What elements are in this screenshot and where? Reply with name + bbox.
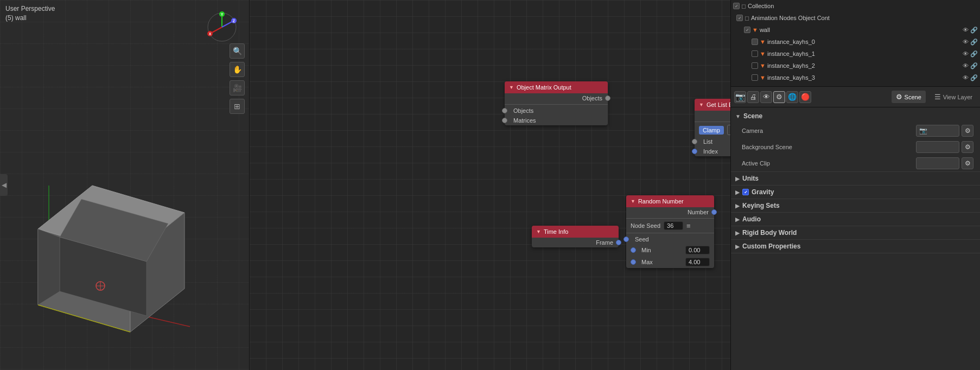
props-audio-header[interactable]: ▶ Audio xyxy=(731,213,980,226)
node-random-collapse[interactable]: ▼ xyxy=(631,199,635,204)
props-keying-header[interactable]: ▶ Keying Sets xyxy=(731,199,980,212)
node-collapse-triangle[interactable]: ▼ xyxy=(509,85,514,90)
collection-visibility-checkbox[interactable]: ✓ xyxy=(733,3,740,9)
node-time-header: ▼ Time Info xyxy=(532,226,619,238)
props-body: ▼ Scene Camera 📷 ⚙ Background Scene xyxy=(731,107,980,370)
ortho-tool[interactable]: ⊞ xyxy=(230,99,245,114)
active-clip-btn[interactable] xyxy=(916,157,959,169)
outliner-instance-3[interactable]: ▼ instance_kayhs_3 👁 🔗 xyxy=(731,72,980,84)
props-icon-output[interactable]: 🖨 xyxy=(747,91,759,103)
wrap-button[interactable]: ↻ Wrap xyxy=(727,125,730,135)
node-random-title: Random Number xyxy=(638,198,684,205)
seed-stepper[interactable]: ≡ xyxy=(686,222,691,230)
node-random-seed-row: Seed xyxy=(626,234,714,244)
outliner-inst0-label: instance_kayhs_0 xyxy=(767,39,815,45)
node-seed-input[interactable] xyxy=(664,221,683,230)
props-custom-header[interactable]: ▶ Custom Properties xyxy=(731,240,980,253)
props-units-header[interactable]: ▶ Units xyxy=(731,172,980,185)
node-time-info: ▼ Time Info Frame xyxy=(532,226,619,247)
outliner-wall-label: wall xyxy=(760,27,770,33)
active-clip-settings-btn[interactable]: ⚙ xyxy=(962,157,973,169)
background-scene-settings-btn[interactable]: ⚙ xyxy=(962,141,973,153)
node-editor-grid xyxy=(250,0,730,370)
inst2-visibility[interactable] xyxy=(752,62,758,69)
outliner-instance-2[interactable]: ▼ instance_kayhs_2 👁 🔗 xyxy=(731,60,980,72)
inst3-link[interactable]: 🔗 xyxy=(970,74,978,81)
min-input[interactable] xyxy=(685,246,710,254)
inst3-icon: ▼ xyxy=(760,74,766,81)
background-scene-btn[interactable] xyxy=(916,141,959,153)
wall-visibility[interactable]: ✓ xyxy=(744,27,750,33)
camera-tool[interactable]: 🎥 xyxy=(230,80,245,95)
node-time-collapse[interactable]: ▼ xyxy=(536,229,541,234)
outliner[interactable]: ✓ ◻ Collection ✓ ◻ Animation Nodes Objec… xyxy=(731,0,980,87)
gravity-checkbox[interactable]: ✓ xyxy=(742,189,749,195)
camera-settings-btn[interactable]: ⚙ xyxy=(962,125,973,137)
node-seed-row: Node Seed ≡ xyxy=(626,220,714,232)
properties-panel: ✓ ◻ Collection ✓ ◻ Animation Nodes Objec… xyxy=(730,0,980,370)
inst3-visibility[interactable] xyxy=(752,74,758,81)
inst1-visibility[interactable] xyxy=(752,50,758,57)
outliner-anim-nodes[interactable]: ✓ ◻ Animation Nodes Object Cont xyxy=(731,12,980,24)
rigid-body-world-label: Rigid Body World xyxy=(742,229,797,237)
inst0-link[interactable]: 🔗 xyxy=(970,39,978,46)
socket-in-seed xyxy=(623,237,629,242)
props-header: 📷 🖨 👁 ⚙ 🌐 🔴 ⚙ Scene ☰ View Layer xyxy=(731,87,980,107)
inst0-eye[interactable]: 👁 xyxy=(963,39,969,45)
props-scene-section: ▼ Scene Camera 📷 ⚙ Background Scene xyxy=(731,110,980,172)
node-output-objects: Objects xyxy=(505,93,608,103)
wall-mesh-icon: ▼ xyxy=(752,27,758,33)
inst0-visibility[interactable] xyxy=(752,39,758,45)
socket-in-list xyxy=(692,139,697,144)
node-time-title: Time Info xyxy=(544,228,568,235)
node-get-list: ▼ Get List Element Element Clamp ↻ Wrap … xyxy=(695,99,730,156)
view-layer-tab-icon: ☰ xyxy=(934,93,941,101)
gravity-label: Gravity xyxy=(752,188,774,196)
outliner-collection[interactable]: ✓ ◻ Collection xyxy=(731,0,980,12)
socket-in-max xyxy=(631,259,636,265)
tab-view-layer[interactable]: ☰ View Layer xyxy=(930,91,977,103)
props-icon-scene[interactable]: ⚙ xyxy=(773,91,785,103)
units-label: Units xyxy=(742,175,759,182)
inst2-eye[interactable]: 👁 xyxy=(963,62,969,69)
socket-out-objects xyxy=(605,95,610,101)
collection-square-icon: ◻ xyxy=(741,3,746,10)
outliner-wall[interactable]: ✓ ▼ wall 👁 🔗 xyxy=(731,24,980,36)
socket-in-objects xyxy=(502,108,507,113)
inst2-link[interactable]: 🔗 xyxy=(970,62,978,69)
clamp-button[interactable]: Clamp xyxy=(699,126,724,135)
props-scene-header[interactable]: ▼ Scene xyxy=(731,110,980,123)
props-icon-render[interactable]: 📷 xyxy=(734,91,746,103)
pan-tool[interactable]: ✋ xyxy=(230,62,245,77)
viewport[interactable]: Y X Z User Perspective (5) wall 🔍 ✋ 🎥 ⊞ … xyxy=(0,0,250,370)
props-icon-object[interactable]: 🔴 xyxy=(799,91,811,103)
node-editor[interactable]: ▼ Object Matrix Output Objects Objects M… xyxy=(250,0,730,370)
outliner-instance-1[interactable]: ▼ instance_kayhs_1 👁 🔗 xyxy=(731,48,980,60)
outliner-inst2-label: instance_kayhs_2 xyxy=(767,62,815,69)
anim-nodes-visibility[interactable]: ✓ xyxy=(736,15,743,21)
gravity-expand-arrow: ▶ xyxy=(735,189,740,195)
inst1-eye[interactable]: 👁 xyxy=(963,50,969,57)
view-layer-tab-label: View Layer xyxy=(943,94,972,100)
keying-expand-arrow: ▶ xyxy=(735,203,740,209)
camera-picker-btn[interactable]: 📷 xyxy=(916,125,959,137)
node-getlist-collapse[interactable]: ▼ xyxy=(699,102,704,107)
wall-link-icon[interactable]: 🔗 xyxy=(970,27,978,34)
props-keying-section: ▶ Keying Sets xyxy=(731,199,980,213)
node-input-list: List xyxy=(695,137,730,146)
outliner-instance-0[interactable]: ▼ instance_kayhs_0 👁 🔗 xyxy=(731,36,980,48)
props-icon-view[interactable]: 👁 xyxy=(760,91,772,103)
wall-eye-icon[interactable]: 👁 xyxy=(963,27,969,33)
inst3-eye[interactable]: 👁 xyxy=(963,74,969,81)
props-gravity-header[interactable]: ▶ ✓ Gravity xyxy=(731,186,980,199)
inst0-icon: ▼ xyxy=(760,39,766,45)
socket-in-matrices xyxy=(502,118,507,123)
inst1-link[interactable]: 🔗 xyxy=(970,50,978,58)
zoom-tool[interactable]: 🔍 xyxy=(230,43,245,59)
props-rigid-body-header[interactable]: ▶ Rigid Body World xyxy=(731,226,980,239)
collapse-panel-arrow[interactable]: ◀ xyxy=(0,174,8,196)
max-input[interactable] xyxy=(685,258,710,266)
node-random-number: ▼ Random Number Number Node Seed ≡ Seed … xyxy=(626,195,714,268)
tab-scene[interactable]: ⚙ Scene xyxy=(892,91,926,103)
props-icon-world[interactable]: 🌐 xyxy=(786,91,798,103)
